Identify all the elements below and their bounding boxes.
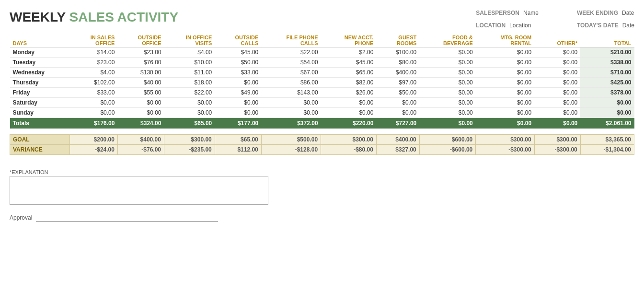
day-total: $210.00 bbox=[580, 47, 634, 58]
variance-in-sales-office: -$24.00 bbox=[70, 144, 118, 154]
day-mtg-room-rental: $0.00 bbox=[476, 108, 534, 118]
day-food-beverage: $0.00 bbox=[419, 58, 476, 68]
day-other: $0.00 bbox=[534, 98, 580, 108]
col-outside-calls: OUTSIDECALLS bbox=[215, 34, 261, 47]
variance-row: VARIANCE -$24.00 -$76.00 -$235.00 $112.0… bbox=[10, 144, 634, 154]
meta-info: SALESPERSON Name LOCATION Location WEEK … bbox=[476, 10, 634, 29]
salesperson-label: SALESPERSON bbox=[476, 10, 519, 16]
totals-guest-rooms: $727.00 bbox=[376, 118, 419, 129]
day-guest-rooms: $97.00 bbox=[376, 78, 419, 88]
day-file-phone-calls: $0.00 bbox=[261, 98, 321, 108]
day-outside-office: $40.00 bbox=[117, 78, 164, 88]
explanation-input[interactable] bbox=[10, 176, 268, 205]
day-file-phone-calls: $22.00 bbox=[261, 47, 321, 58]
day-mtg-room-rental: $0.00 bbox=[476, 78, 534, 88]
day-in-sales-office: $14.00 bbox=[70, 47, 118, 58]
goal-food-beverage: $600.00 bbox=[419, 134, 476, 144]
salesperson-row: SALESPERSON Name bbox=[476, 10, 539, 16]
day-file-phone-calls: $67.00 bbox=[261, 68, 321, 78]
day-outside-office: $130.00 bbox=[117, 68, 164, 78]
title-rest: SALES ACTIVITY bbox=[66, 10, 178, 24]
day-mtg-room-rental: $0.00 bbox=[476, 47, 534, 58]
day-name: Sunday bbox=[10, 108, 70, 118]
day-outside-calls: $49.00 bbox=[215, 88, 261, 98]
day-outside-office: $55.00 bbox=[117, 88, 164, 98]
todays-date-value: Date bbox=[622, 22, 634, 29]
totals-mtg-room-rental: $0.00 bbox=[476, 118, 534, 129]
day-file-phone-calls: $54.00 bbox=[261, 58, 321, 68]
totals-label: Totals bbox=[10, 118, 70, 129]
day-new-acct-phone: $0.00 bbox=[321, 98, 377, 108]
totals-outside-calls: $177.00 bbox=[215, 118, 261, 129]
day-new-acct-phone: $45.00 bbox=[321, 58, 377, 68]
day-guest-rooms: $50.00 bbox=[376, 88, 419, 98]
day-in-office-visits: $18.00 bbox=[164, 78, 215, 88]
day-in-office-visits: $10.00 bbox=[164, 58, 215, 68]
days-tbody: Monday$14.00$23.00$4.00$45.00$22.00$2.00… bbox=[10, 47, 634, 118]
day-file-phone-calls: $0.00 bbox=[261, 108, 321, 118]
day-other: $0.00 bbox=[534, 108, 580, 118]
day-total: $338.00 bbox=[580, 58, 634, 68]
col-food-beverage: FOOD &BEVERAGE bbox=[419, 34, 476, 47]
day-mtg-room-rental: $0.00 bbox=[476, 98, 534, 108]
totals-in-sales-office: $176.00 bbox=[70, 118, 118, 129]
col-other: OTHER* bbox=[534, 34, 580, 47]
day-food-beverage: $0.00 bbox=[419, 68, 476, 78]
day-outside-office: $0.00 bbox=[117, 98, 164, 108]
day-total: $710.00 bbox=[580, 68, 634, 78]
approval-line bbox=[36, 214, 218, 222]
day-other: $0.00 bbox=[534, 78, 580, 88]
day-outside-office: $0.00 bbox=[117, 108, 164, 118]
variance-total: -$1,304.00 bbox=[580, 144, 634, 154]
day-outside-office: $76.00 bbox=[117, 58, 164, 68]
page-title: WEEKLY SALES ACTIVITY bbox=[10, 10, 178, 25]
day-in-sales-office: $0.00 bbox=[70, 108, 118, 118]
day-other: $0.00 bbox=[534, 68, 580, 78]
day-outside-office: $23.00 bbox=[117, 47, 164, 58]
location-value: Location bbox=[509, 22, 531, 29]
day-new-acct-phone: $2.00 bbox=[321, 47, 377, 58]
goal-label: GOAL bbox=[10, 134, 70, 144]
day-mtg-room-rental: $0.00 bbox=[476, 88, 534, 98]
day-outside-calls: $0.00 bbox=[215, 98, 261, 108]
table-row: Wednesday$4.00$130.00$11.00$33.00$67.00$… bbox=[10, 68, 634, 78]
goal-in-sales-office: $200.00 bbox=[70, 134, 118, 144]
todays-date-row: TODAY'S DATE Date bbox=[577, 22, 634, 29]
approval-label: Approval bbox=[10, 214, 32, 221]
day-total: $0.00 bbox=[580, 108, 634, 118]
variance-mtg-room-rental: -$300.00 bbox=[476, 144, 534, 154]
day-file-phone-calls: $86.00 bbox=[261, 78, 321, 88]
day-outside-calls: $0.00 bbox=[215, 78, 261, 88]
goal-outside-calls: $65.00 bbox=[215, 134, 261, 144]
day-other: $0.00 bbox=[534, 58, 580, 68]
day-total: $0.00 bbox=[580, 98, 634, 108]
day-in-sales-office: $33.00 bbox=[70, 88, 118, 98]
totals-row: Totals $176.00 $324.00 $65.00 $177.00 $3… bbox=[10, 118, 634, 129]
day-other: $0.00 bbox=[534, 47, 580, 58]
day-guest-rooms: $100.00 bbox=[376, 47, 419, 58]
spacer-row bbox=[10, 129, 634, 134]
goal-outside-office: $400.00 bbox=[117, 134, 164, 144]
table-row: Sunday$0.00$0.00$0.00$0.00$0.00$0.00$0.0… bbox=[10, 108, 634, 118]
variance-guest-rooms: $327.00 bbox=[376, 144, 419, 154]
day-outside-calls: $45.00 bbox=[215, 47, 261, 58]
location-row: LOCATION Location bbox=[476, 22, 539, 29]
col-in-office-visits: IN OFFICEVISITS bbox=[164, 34, 215, 47]
day-name: Thursday bbox=[10, 78, 70, 88]
day-name: Tuesday bbox=[10, 58, 70, 68]
table-row: Thursday$102.00$40.00$18.00$0.00$86.00$8… bbox=[10, 78, 634, 88]
variance-new-acct-phone: -$80.00 bbox=[321, 144, 377, 154]
goal-mtg-room-rental: $300.00 bbox=[476, 134, 534, 144]
day-new-acct-phone: $82.00 bbox=[321, 78, 377, 88]
day-mtg-room-rental: $0.00 bbox=[476, 58, 534, 68]
day-in-office-visits: $11.00 bbox=[164, 68, 215, 78]
totals-section: Totals $176.00 $324.00 $65.00 $177.00 $3… bbox=[10, 118, 634, 155]
goal-new-acct-phone: $300.00 bbox=[321, 134, 377, 144]
totals-in-office-visits: $65.00 bbox=[164, 118, 215, 129]
day-name: Saturday bbox=[10, 98, 70, 108]
title-bold: WEEKLY bbox=[10, 10, 66, 24]
salesperson-value: Name bbox=[523, 10, 539, 16]
day-guest-rooms: $80.00 bbox=[376, 58, 419, 68]
goal-other: $300.00 bbox=[534, 134, 580, 144]
goal-file-phone-calls: $500.00 bbox=[261, 134, 321, 144]
